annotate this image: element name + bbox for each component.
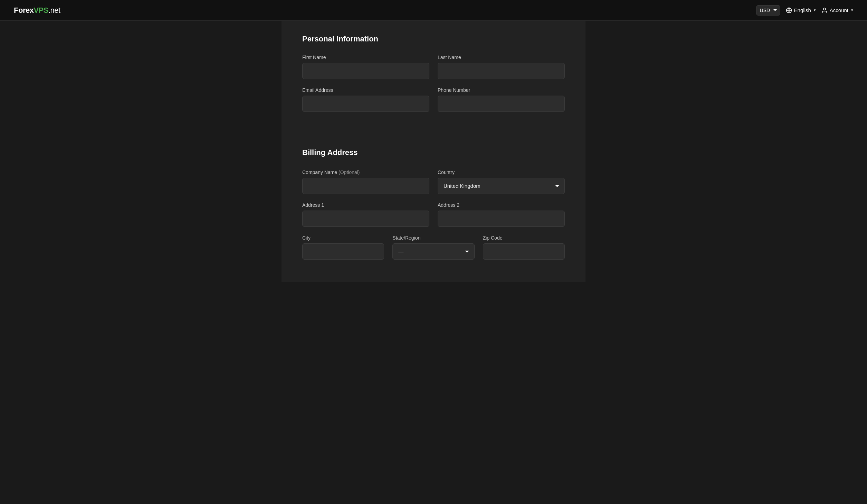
account-menu[interactable]: Account ▾ — [821, 7, 853, 13]
last-name-label: Last Name — [438, 55, 565, 60]
address1-group: Address 1 — [302, 202, 429, 227]
address2-input[interactable] — [438, 211, 565, 227]
personal-info-section: Personal Information First Name Last Nam… — [282, 21, 585, 134]
zip-code-input[interactable] — [483, 243, 565, 260]
logo-vps: VPS — [34, 6, 48, 15]
country-label: Country — [438, 169, 565, 175]
city-label: City — [302, 235, 384, 241]
billing-address-title: Billing Address — [302, 148, 565, 157]
zip-code-group: Zip Code — [483, 235, 565, 260]
personal-info-title: Personal Information — [302, 35, 565, 43]
first-name-label: First Name — [302, 55, 429, 60]
account-label: Account — [830, 7, 848, 13]
address2-group: Address 2 — [438, 202, 565, 227]
globe-icon — [786, 7, 792, 13]
language-selector[interactable]: English ▾ — [786, 7, 816, 13]
state-region-label: State/Region — [392, 235, 474, 241]
phone-group: Phone Number — [438, 87, 565, 112]
city-input[interactable] — [302, 243, 384, 260]
optional-text: (Optional) — [339, 169, 360, 175]
svg-point-2 — [823, 8, 826, 10]
first-name-group: First Name — [302, 55, 429, 79]
language-chevron: ▾ — [814, 8, 816, 12]
contact-row: Email Address Phone Number — [302, 87, 565, 112]
email-input[interactable] — [302, 96, 429, 112]
address1-input[interactable] — [302, 211, 429, 227]
billing-address-section: Billing Address Company Name (Optional) … — [282, 134, 585, 282]
name-row: First Name Last Name — [302, 55, 565, 79]
last-name-input[interactable] — [438, 63, 565, 79]
logo-forex: Forex — [14, 6, 34, 15]
nav-right: USD EUR GBP English ▾ Account ▾ — [756, 5, 853, 16]
country-group: Country United Kingdom United States Can… — [438, 169, 565, 194]
logo-net: .net — [48, 6, 60, 15]
email-group: Email Address — [302, 87, 429, 112]
country-select[interactable]: United Kingdom United States Canada Aust… — [438, 178, 565, 194]
first-name-input[interactable] — [302, 63, 429, 79]
address1-label: Address 1 — [302, 202, 429, 208]
company-country-row: Company Name (Optional) Country United K… — [302, 169, 565, 194]
navbar: ForexVPS.net USD EUR GBP English ▾ Accou… — [0, 0, 867, 21]
company-name-label: Company Name (Optional) — [302, 169, 429, 175]
city-state-zip-row: City State/Region — England Scotland Wal… — [302, 235, 565, 260]
main-wrapper: Personal Information First Name Last Nam… — [0, 21, 867, 504]
phone-label: Phone Number — [438, 87, 565, 93]
city-group: City — [302, 235, 384, 260]
account-chevron: ▾ — [851, 8, 853, 12]
company-name-input[interactable] — [302, 178, 429, 194]
state-region-select[interactable]: — England Scotland Wales Northern Irelan… — [392, 243, 474, 260]
zip-code-label: Zip Code — [483, 235, 565, 241]
person-icon — [821, 7, 828, 13]
address-row: Address 1 Address 2 — [302, 202, 565, 227]
currency-select[interactable]: USD EUR GBP — [756, 5, 780, 16]
email-label: Email Address — [302, 87, 429, 93]
content-wrapper: Personal Information First Name Last Nam… — [282, 21, 585, 282]
phone-input[interactable] — [438, 96, 565, 112]
last-name-group: Last Name — [438, 55, 565, 79]
language-label: English — [794, 7, 811, 13]
address2-label: Address 2 — [438, 202, 565, 208]
state-region-group: State/Region — England Scotland Wales No… — [392, 235, 474, 260]
logo: ForexVPS.net — [14, 6, 60, 15]
company-name-group: Company Name (Optional) — [302, 169, 429, 194]
